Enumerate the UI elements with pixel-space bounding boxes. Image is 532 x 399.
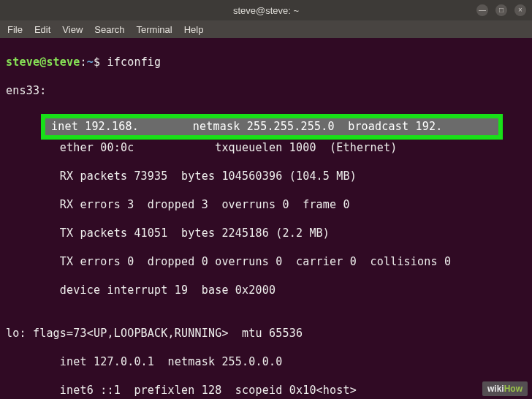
titlebar: steve@steve: ~ — □ × [0, 0, 532, 20]
prompt-path: ~ [87, 56, 94, 69]
close-icon: × [518, 7, 522, 14]
output-line: ether 00:0c txqueuelen 1000 (Ethernet) [6, 141, 526, 156]
output-line: RX packets 73935 bytes 104560396 (104.5 … [6, 170, 526, 184]
minimize-button[interactable]: — [476, 4, 488, 16]
output-line: TX errors 0 dropped 0 overruns 0 carrier… [6, 255, 526, 270]
output-line: inet 127.0.0.1 netmask 255.0.0.0 [6, 355, 526, 370]
close-button[interactable]: × [514, 4, 526, 16]
prompt-at: @ [39, 56, 46, 69]
output-line: lo: flags=73<UP,LOOPBACK,RUNNING> mtu 65… [6, 327, 526, 341]
prompt-colon: : [80, 56, 87, 69]
output-line: TX packets 41051 bytes 2245186 (2.2 MB) [6, 227, 526, 241]
menu-edit[interactable]: Edit [34, 24, 50, 35]
output-line: inet6 ::1 prefixlen 128 scopeid 0x10<hos… [6, 384, 526, 398]
watermark: wikiHow [482, 381, 528, 396]
watermark-wiki: wiki [487, 384, 504, 394]
menu-file[interactable]: File [7, 24, 23, 35]
menu-view[interactable]: View [62, 24, 83, 35]
window-title: steve@steve: ~ [233, 5, 299, 16]
output-line: device interrupt 19 base 0x2000 [6, 284, 526, 298]
highlight-text: inet 192.168. netmask 255.255.255.0 broa… [45, 118, 498, 136]
menu-search[interactable]: Search [94, 24, 124, 35]
prompt-host: steve [46, 56, 80, 69]
minimize-icon: — [479, 7, 486, 14]
menu-terminal[interactable]: Terminal [137, 24, 172, 35]
maximize-button[interactable]: □ [495, 4, 507, 16]
maximize-icon: □ [499, 7, 503, 14]
terminal-area[interactable]: steve@steve:~$ ifconfig ens33: inet 192.… [0, 38, 532, 399]
prompt-symbol: $ [94, 56, 107, 69]
output-line: ens33: [6, 84, 526, 99]
watermark-how: How [504, 384, 522, 394]
command-text: ifconfig [107, 56, 161, 69]
highlight-box: inet 192.168. netmask 255.255.255.0 broa… [41, 114, 503, 140]
output-line: RX errors 3 dropped 3 overruns 0 frame 0 [6, 198, 526, 213]
prompt-user: steve [6, 56, 39, 69]
window-controls: — □ × [476, 4, 526, 16]
menubar: File Edit View Search Terminal Help [0, 20, 532, 38]
prompt-line: steve@steve:~$ ifconfig [6, 56, 526, 70]
menu-help[interactable]: Help [184, 24, 204, 35]
